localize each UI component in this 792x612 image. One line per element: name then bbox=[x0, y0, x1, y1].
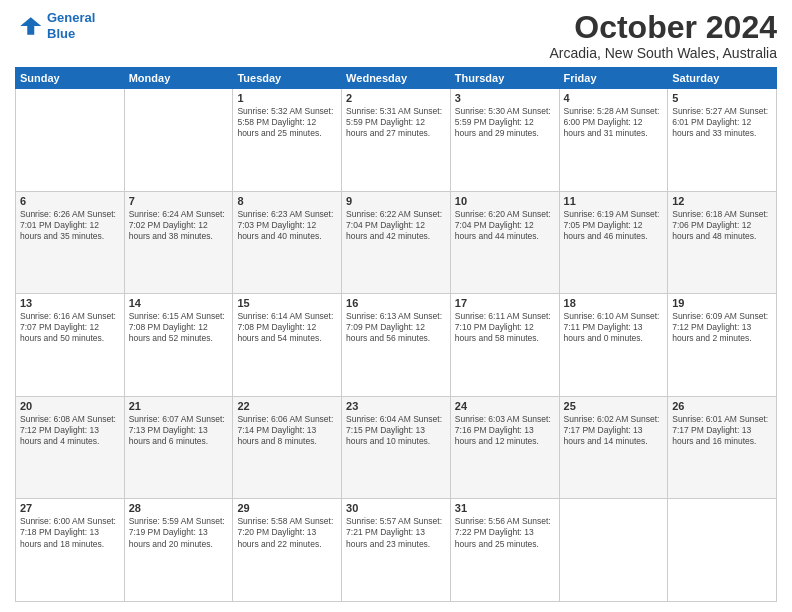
day-number: 15 bbox=[237, 297, 337, 309]
cell-content: Sunrise: 5:56 AM Sunset: 7:22 PM Dayligh… bbox=[455, 516, 555, 549]
logo-icon bbox=[15, 12, 43, 40]
day-number: 6 bbox=[20, 195, 120, 207]
calendar-week-4: 20Sunrise: 6:08 AM Sunset: 7:12 PM Dayli… bbox=[16, 396, 777, 499]
cell-content: Sunrise: 5:31 AM Sunset: 5:59 PM Dayligh… bbox=[346, 106, 446, 139]
cell-content: Sunrise: 6:13 AM Sunset: 7:09 PM Dayligh… bbox=[346, 311, 446, 344]
day-number: 5 bbox=[672, 92, 772, 104]
day-number: 18 bbox=[564, 297, 664, 309]
cell-content: Sunrise: 6:07 AM Sunset: 7:13 PM Dayligh… bbox=[129, 414, 229, 447]
logo-line1: General bbox=[47, 10, 95, 25]
cell-content: Sunrise: 6:26 AM Sunset: 7:01 PM Dayligh… bbox=[20, 209, 120, 242]
day-number: 9 bbox=[346, 195, 446, 207]
calendar-cell: 23Sunrise: 6:04 AM Sunset: 7:15 PM Dayli… bbox=[342, 396, 451, 499]
cell-content: Sunrise: 6:02 AM Sunset: 7:17 PM Dayligh… bbox=[564, 414, 664, 447]
calendar-cell: 12Sunrise: 6:18 AM Sunset: 7:06 PM Dayli… bbox=[668, 191, 777, 294]
cell-content: Sunrise: 6:09 AM Sunset: 7:12 PM Dayligh… bbox=[672, 311, 772, 344]
header-cell-monday: Monday bbox=[124, 68, 233, 89]
day-number: 22 bbox=[237, 400, 337, 412]
day-number: 30 bbox=[346, 502, 446, 514]
calendar-cell: 18Sunrise: 6:10 AM Sunset: 7:11 PM Dayli… bbox=[559, 294, 668, 397]
calendar-cell: 14Sunrise: 6:15 AM Sunset: 7:08 PM Dayli… bbox=[124, 294, 233, 397]
header-cell-saturday: Saturday bbox=[668, 68, 777, 89]
day-number: 10 bbox=[455, 195, 555, 207]
cell-content: Sunrise: 6:10 AM Sunset: 7:11 PM Dayligh… bbox=[564, 311, 664, 344]
day-number: 13 bbox=[20, 297, 120, 309]
header-cell-thursday: Thursday bbox=[450, 68, 559, 89]
cell-content: Sunrise: 5:30 AM Sunset: 5:59 PM Dayligh… bbox=[455, 106, 555, 139]
calendar-cell: 21Sunrise: 6:07 AM Sunset: 7:13 PM Dayli… bbox=[124, 396, 233, 499]
calendar-subtitle: Arcadia, New South Wales, Australia bbox=[550, 45, 777, 61]
day-number: 21 bbox=[129, 400, 229, 412]
header: General Blue October 2024 Arcadia, New S… bbox=[15, 10, 777, 61]
calendar-cell: 20Sunrise: 6:08 AM Sunset: 7:12 PM Dayli… bbox=[16, 396, 125, 499]
header-cell-tuesday: Tuesday bbox=[233, 68, 342, 89]
cell-content: Sunrise: 6:19 AM Sunset: 7:05 PM Dayligh… bbox=[564, 209, 664, 242]
calendar-cell: 28Sunrise: 5:59 AM Sunset: 7:19 PM Dayli… bbox=[124, 499, 233, 602]
cell-content: Sunrise: 5:28 AM Sunset: 6:00 PM Dayligh… bbox=[564, 106, 664, 139]
cell-content: Sunrise: 6:06 AM Sunset: 7:14 PM Dayligh… bbox=[237, 414, 337, 447]
calendar-cell: 30Sunrise: 5:57 AM Sunset: 7:21 PM Dayli… bbox=[342, 499, 451, 602]
cell-content: Sunrise: 5:58 AM Sunset: 7:20 PM Dayligh… bbox=[237, 516, 337, 549]
day-number: 20 bbox=[20, 400, 120, 412]
calendar-cell: 13Sunrise: 6:16 AM Sunset: 7:07 PM Dayli… bbox=[16, 294, 125, 397]
day-number: 14 bbox=[129, 297, 229, 309]
calendar-cell: 16Sunrise: 6:13 AM Sunset: 7:09 PM Dayli… bbox=[342, 294, 451, 397]
calendar-cell: 25Sunrise: 6:02 AM Sunset: 7:17 PM Dayli… bbox=[559, 396, 668, 499]
cell-content: Sunrise: 6:01 AM Sunset: 7:17 PM Dayligh… bbox=[672, 414, 772, 447]
day-number: 16 bbox=[346, 297, 446, 309]
cell-content: Sunrise: 6:20 AM Sunset: 7:04 PM Dayligh… bbox=[455, 209, 555, 242]
calendar-cell: 2Sunrise: 5:31 AM Sunset: 5:59 PM Daylig… bbox=[342, 89, 451, 192]
cell-content: Sunrise: 6:24 AM Sunset: 7:02 PM Dayligh… bbox=[129, 209, 229, 242]
day-number: 2 bbox=[346, 92, 446, 104]
header-cell-sunday: Sunday bbox=[16, 68, 125, 89]
page: General Blue October 2024 Arcadia, New S… bbox=[0, 0, 792, 612]
calendar-cell: 6Sunrise: 6:26 AM Sunset: 7:01 PM Daylig… bbox=[16, 191, 125, 294]
logo-line2: Blue bbox=[47, 26, 75, 41]
day-number: 28 bbox=[129, 502, 229, 514]
cell-content: Sunrise: 5:59 AM Sunset: 7:19 PM Dayligh… bbox=[129, 516, 229, 549]
cell-content: Sunrise: 6:15 AM Sunset: 7:08 PM Dayligh… bbox=[129, 311, 229, 344]
cell-content: Sunrise: 6:03 AM Sunset: 7:16 PM Dayligh… bbox=[455, 414, 555, 447]
header-cell-friday: Friday bbox=[559, 68, 668, 89]
day-number: 19 bbox=[672, 297, 772, 309]
cell-content: Sunrise: 6:23 AM Sunset: 7:03 PM Dayligh… bbox=[237, 209, 337, 242]
day-number: 27 bbox=[20, 502, 120, 514]
cell-content: Sunrise: 6:08 AM Sunset: 7:12 PM Dayligh… bbox=[20, 414, 120, 447]
calendar-week-1: 1Sunrise: 5:32 AM Sunset: 5:58 PM Daylig… bbox=[16, 89, 777, 192]
calendar-cell: 11Sunrise: 6:19 AM Sunset: 7:05 PM Dayli… bbox=[559, 191, 668, 294]
day-number: 4 bbox=[564, 92, 664, 104]
calendar-cell: 10Sunrise: 6:20 AM Sunset: 7:04 PM Dayli… bbox=[450, 191, 559, 294]
calendar-cell: 4Sunrise: 5:28 AM Sunset: 6:00 PM Daylig… bbox=[559, 89, 668, 192]
calendar-cell: 8Sunrise: 6:23 AM Sunset: 7:03 PM Daylig… bbox=[233, 191, 342, 294]
cell-content: Sunrise: 6:00 AM Sunset: 7:18 PM Dayligh… bbox=[20, 516, 120, 549]
calendar-cell: 22Sunrise: 6:06 AM Sunset: 7:14 PM Dayli… bbox=[233, 396, 342, 499]
calendar-title: October 2024 bbox=[550, 10, 777, 45]
calendar-week-2: 6Sunrise: 6:26 AM Sunset: 7:01 PM Daylig… bbox=[16, 191, 777, 294]
logo-text: General Blue bbox=[47, 10, 95, 41]
day-number: 23 bbox=[346, 400, 446, 412]
calendar-week-3: 13Sunrise: 6:16 AM Sunset: 7:07 PM Dayli… bbox=[16, 294, 777, 397]
cell-content: Sunrise: 6:22 AM Sunset: 7:04 PM Dayligh… bbox=[346, 209, 446, 242]
title-block: October 2024 Arcadia, New South Wales, A… bbox=[550, 10, 777, 61]
calendar-cell: 1Sunrise: 5:32 AM Sunset: 5:58 PM Daylig… bbox=[233, 89, 342, 192]
calendar-cell: 24Sunrise: 6:03 AM Sunset: 7:16 PM Dayli… bbox=[450, 396, 559, 499]
calendar-cell: 26Sunrise: 6:01 AM Sunset: 7:17 PM Dayli… bbox=[668, 396, 777, 499]
calendar-cell bbox=[559, 499, 668, 602]
calendar-cell: 19Sunrise: 6:09 AM Sunset: 7:12 PM Dayli… bbox=[668, 294, 777, 397]
day-number: 8 bbox=[237, 195, 337, 207]
cell-content: Sunrise: 6:16 AM Sunset: 7:07 PM Dayligh… bbox=[20, 311, 120, 344]
cell-content: Sunrise: 6:18 AM Sunset: 7:06 PM Dayligh… bbox=[672, 209, 772, 242]
calendar-cell: 9Sunrise: 6:22 AM Sunset: 7:04 PM Daylig… bbox=[342, 191, 451, 294]
header-cell-wednesday: Wednesday bbox=[342, 68, 451, 89]
day-number: 31 bbox=[455, 502, 555, 514]
calendar-cell: 15Sunrise: 6:14 AM Sunset: 7:08 PM Dayli… bbox=[233, 294, 342, 397]
cell-content: Sunrise: 5:57 AM Sunset: 7:21 PM Dayligh… bbox=[346, 516, 446, 549]
day-number: 24 bbox=[455, 400, 555, 412]
logo: General Blue bbox=[15, 10, 95, 41]
calendar-cell bbox=[668, 499, 777, 602]
calendar-cell: 3Sunrise: 5:30 AM Sunset: 5:59 PM Daylig… bbox=[450, 89, 559, 192]
day-number: 7 bbox=[129, 195, 229, 207]
calendar-cell: 7Sunrise: 6:24 AM Sunset: 7:02 PM Daylig… bbox=[124, 191, 233, 294]
calendar-header-row: SundayMondayTuesdayWednesdayThursdayFrid… bbox=[16, 68, 777, 89]
calendar-cell: 29Sunrise: 5:58 AM Sunset: 7:20 PM Dayli… bbox=[233, 499, 342, 602]
